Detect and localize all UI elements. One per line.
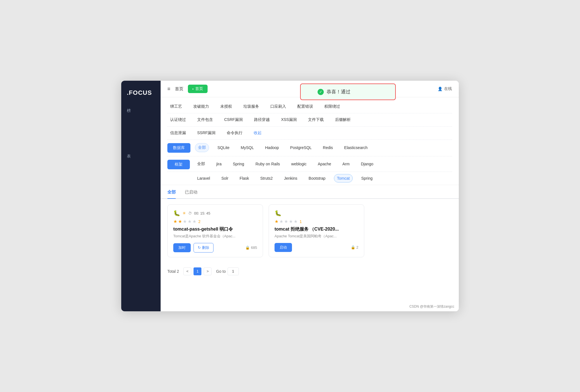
fw-rubyonrails[interactable]: Ruby on Rails — [253, 160, 283, 168]
card-1-lock-count: 🔒 685 — [245, 245, 257, 250]
card-2[interactable]: 🐛 ★ ★ ★ ★ ★ 1 tomcat 拒绝服务 （CVE-2020... A… — [269, 204, 364, 257]
card-2-lock-count: 🔒 2 — [351, 245, 358, 249]
card-1-title: tomcat-pass-getshell 弱口令 — [173, 226, 257, 232]
fw-jira[interactable]: jira — [213, 160, 224, 168]
filter-mingling[interactable]: 命令执行 — [224, 129, 245, 137]
lock-number-2: 2 — [356, 245, 358, 249]
db-hadoop[interactable]: Hadoop — [262, 144, 282, 152]
card-2-star-3: ★ — [284, 219, 288, 224]
home-link[interactable]: 首页 — [175, 86, 183, 92]
fw-spring[interactable]: Spring — [230, 160, 247, 168]
fw-solr[interactable]: Solr — [219, 174, 231, 182]
filter-vuln-top-4[interactable]: 垃圾服务 — [240, 102, 262, 111]
filter-row-framework-container: 框架 全部 jira Spring Ruby on Rails weblogic… — [167, 156, 452, 185]
fw-label-button[interactable]: 框架 — [167, 160, 190, 169]
toast-success-icon: ✓ — [318, 89, 324, 95]
card-2-title: tomcat 拒绝服务 （CVE-2020... — [275, 226, 358, 232]
fw-weblogic[interactable]: weblogic — [288, 160, 309, 168]
filter-csrf[interactable]: CSRF漏洞 — [221, 116, 246, 124]
card-2-star-5: ★ — [294, 219, 298, 224]
fw-flask[interactable]: Flask — [237, 174, 252, 182]
db-redis[interactable]: Redis — [320, 144, 336, 152]
fw-laravel[interactable]: Laravel — [194, 174, 213, 182]
sidebar-item-biao[interactable]: 表 — [121, 150, 161, 162]
card-1-time: 00: 15: 45 — [194, 211, 210, 215]
db-all[interactable]: 全部 — [195, 143, 209, 152]
db-filter-items: 全部 SQLite MySQL Hadoop PostgreSQL Redis … — [195, 143, 370, 152]
content-area: 绑工艺 攻破能力 未授权 垃圾服务 口应刷入 配置错误 权限绕过 认证绕过 文件… — [161, 97, 459, 311]
db-elasticsearch[interactable]: Elasticsearch — [341, 144, 370, 152]
card-2-footer: 启动 🔒 2 — [275, 243, 358, 252]
filter-vuln-top-7[interactable]: 权限绕过 — [322, 102, 343, 111]
pagination-prev[interactable]: < — [183, 267, 191, 275]
toast-text: 恭喜！通过 — [327, 89, 350, 95]
refresh-icon: ↻ — [198, 245, 201, 250]
filter-ssrf[interactable]: SSRF漏洞 — [194, 129, 218, 137]
menu-icon[interactable]: ≡ — [167, 86, 170, 92]
card-1[interactable]: 🐛 ✳ ⏱ 00: 15: 45 ★ ★ ★ ★ ★ 2 tomcat-pass… — [167, 204, 263, 257]
pagination-current[interactable]: 1 — [194, 267, 201, 275]
watermark: CSDN @华南第一深情zangcc — [409, 304, 454, 309]
tab-all[interactable]: 全部 — [167, 190, 176, 198]
tab-started[interactable]: 已启动 — [185, 190, 197, 198]
card-1-delete-btn[interactable]: ↻ 删除 — [194, 243, 213, 253]
filter-wenjian[interactable]: 文件包含 — [194, 116, 216, 124]
filter-wenjianxiazai[interactable]: 文件下载 — [305, 116, 327, 124]
db-label-button[interactable]: 数据库 — [167, 143, 190, 153]
toast-box: ✓ 恭喜！通过 — [300, 84, 396, 100]
fw-jenkins[interactable]: Jenkins — [281, 174, 300, 182]
lock-number-1: 685 — [251, 245, 257, 250]
card-1-add-btn[interactable]: 加时 — [173, 243, 191, 252]
goto-label: Go to — [216, 269, 226, 274]
filter-vuln-top-3[interactable]: 未授权 — [217, 102, 235, 111]
sidebar-item-bang[interactable]: 榜 — [121, 105, 161, 117]
fw-apache[interactable]: Apache — [315, 160, 334, 168]
filter-row-fw2: Laravel Solr Flask Struts2 Jenkins Boots… — [167, 172, 452, 185]
lock-icon-1: 🔒 — [245, 245, 250, 250]
fw-bootstrap[interactable]: Bootstrap — [306, 174, 328, 182]
header: ≡ 首页 首页 ✓ 恭喜！通过 👤 在线 — [161, 81, 459, 97]
filter-row-vuln-2: 认证绕过 文件包含 CSRF漏洞 路径穿越 XSS漏洞 文件下载 后缀解析 — [167, 113, 452, 127]
pagination-next[interactable]: > — [204, 267, 212, 275]
filter-collapse[interactable]: 收起 — [251, 129, 264, 137]
filter-lujing[interactable]: 路径穿越 — [251, 116, 273, 124]
db-mysql[interactable]: MySQL — [238, 144, 257, 152]
filter-vuln-top-6[interactable]: 配置错误 — [295, 102, 316, 111]
main-content: ≡ 首页 首页 ✓ 恭喜！通过 👤 在线 绑工艺 — [161, 81, 459, 311]
card-1-header: 🐛 ✳ ⏱ 00: 15: 45 — [173, 210, 257, 217]
home-nav-button[interactable]: 首页 — [188, 85, 208, 93]
toast-overlay: ✓ 恭喜！通过 — [300, 84, 396, 100]
tabs-bar: 全部 已启动 — [161, 185, 459, 199]
filter-vuln-top-5[interactable]: 口应刷入 — [267, 102, 289, 111]
filter-row-fw1: 框架 全部 jira Spring Ruby on Rails weblogic… — [167, 157, 452, 172]
filter-houzhuijiexi[interactable]: 后缀解析 — [332, 116, 354, 124]
filter-xinxi[interactable]: 信息泄漏 — [167, 129, 189, 137]
sidebar-logo: .FOCUS — [121, 86, 161, 105]
fw-arm[interactable]: Arm — [340, 160, 352, 168]
lock-icon-2: 🔒 — [351, 245, 355, 249]
fw-all[interactable]: 全部 — [194, 160, 208, 168]
card-1-star-2: ★ — [178, 219, 182, 224]
filter-vuln-top-2[interactable]: 攻破能力 — [190, 102, 212, 111]
pagination-page-input[interactable] — [228, 267, 239, 275]
card-1-loading-icon: ✳ — [183, 211, 186, 215]
fw-django[interactable]: Django — [358, 160, 376, 168]
card-2-start-btn[interactable]: 启动 — [275, 243, 292, 252]
fw-tomcat[interactable]: Tomcat — [334, 174, 353, 183]
card-2-star-2: ★ — [279, 219, 283, 224]
fw-filter-items-row2: Laravel Solr Flask Struts2 Jenkins Boots… — [194, 174, 376, 183]
user-status: 在线 — [444, 86, 452, 91]
filter-renzheng[interactable]: 认证绕过 — [167, 116, 189, 124]
card-2-stars: ★ ★ ★ ★ ★ 1 — [275, 219, 358, 224]
fw-spring2[interactable]: Spring — [358, 174, 375, 182]
db-sqlite[interactable]: SQLite — [215, 144, 232, 152]
delete-label: 删除 — [202, 245, 209, 250]
card-1-stars: ★ ★ ★ ★ ★ 2 — [173, 219, 257, 224]
db-postgresql[interactable]: PostgreSQL — [287, 144, 314, 152]
filter-xss[interactable]: XSS漏洞 — [278, 116, 300, 124]
fw-struts2[interactable]: Struts2 — [257, 174, 275, 182]
pagination-goto: Go to — [216, 267, 239, 275]
pagination-total-label: Total 2 — [167, 269, 179, 274]
filter-vuln-top-1[interactable]: 绑工艺 — [167, 102, 185, 111]
card-1-desc: Tomcat是Apache 软件基金会（Apac... — [173, 233, 257, 239]
